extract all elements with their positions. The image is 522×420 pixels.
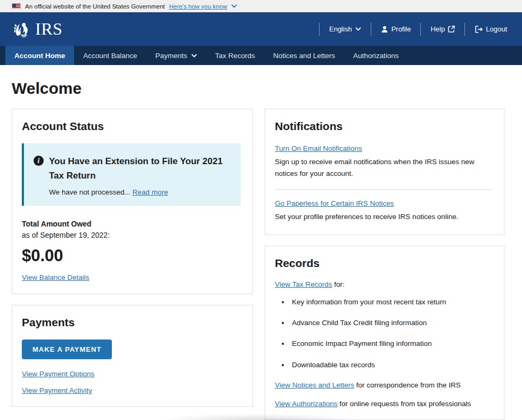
amount-owed-value: $0.00 <box>22 246 241 265</box>
main-nav: Account Home Account Balance Payments Ta… <box>0 46 522 65</box>
irs-logo[interactable]: IRS <box>12 19 62 40</box>
flag-canton <box>12 4 16 7</box>
irs-logo-text: IRS <box>35 19 62 39</box>
notifications-heading: Notifications <box>275 120 492 133</box>
account-status-heading: Account Status <box>22 120 241 133</box>
logout-icon <box>475 26 483 33</box>
irs-eagle-icon <box>12 19 33 40</box>
how-you-know-link[interactable]: Here's how you know <box>169 3 227 10</box>
help-button[interactable]: Help <box>428 25 457 33</box>
logout-label: Logout <box>486 25 507 33</box>
payments-heading: Payments <box>22 316 241 329</box>
profile-button[interactable]: Profile <box>379 25 413 33</box>
total-owed-label: Total Amount Owed <box>22 220 241 228</box>
profile-label: Profile <box>391 25 411 33</box>
nav-account-home[interactable]: Account Home <box>5 46 74 65</box>
divider <box>275 189 492 190</box>
view-balance-details-link[interactable]: View Balance Details <box>22 273 89 281</box>
page-title: Welcome <box>12 79 510 98</box>
account-status-card: Account Status i You Have an Extension t… <box>12 109 253 294</box>
gov-banner-text: An official website of the United States… <box>25 3 165 10</box>
alert-body-text: We have not processed... <box>49 188 130 196</box>
chevron-down-icon[interactable] <box>231 4 237 8</box>
make-a-payment-button[interactable]: MAKE A PAYMENT <box>22 340 112 359</box>
view-tax-records-link[interactable]: View Tax Records <box>275 280 332 288</box>
list-item: Downloadable tax records <box>290 360 492 370</box>
alert-title: You Have an Extension to File Your 2021 … <box>49 154 230 183</box>
view-tax-records-suffix: for: <box>332 280 345 288</box>
view-authorizations-line: View Authorizations for online requests … <box>275 400 492 408</box>
read-more-link[interactable]: Read more <box>133 188 168 196</box>
left-column: Account Status i You Have an Extension t… <box>12 109 253 407</box>
as-of-date: as of September 19, 2022: <box>22 231 241 239</box>
help-label: Help <box>430 25 445 33</box>
view-notices-and-letters-link[interactable]: View Notices and Letters <box>275 381 354 389</box>
go-paperless-desc: Set your profile preferences to receive … <box>275 211 492 223</box>
nav-authorizations[interactable]: Authorizations <box>344 46 408 65</box>
language-label: English <box>329 25 352 33</box>
list-item: Economic Impact Payment filing informati… <box>290 338 492 349</box>
nav-account-balance[interactable]: Account Balance <box>74 46 146 65</box>
nav-tax-records[interactable]: Tax Records <box>206 46 264 65</box>
view-payment-activity-link[interactable]: View Payment Activity <box>22 386 241 394</box>
right-column: Notifications Turn On Email Notification… <box>265 109 504 420</box>
info-icon: i <box>34 156 44 166</box>
list-item: Key information from your most recent ta… <box>290 297 492 308</box>
records-heading: Records <box>275 257 492 270</box>
site-header: IRS English Profile Help <box>0 12 522 46</box>
records-card: Records View Tax Records for: Key inform… <box>265 246 504 420</box>
email-notifications-desc: Sign up to receive email notifications w… <box>275 156 492 180</box>
view-notices-line: View Notices and Letters for corresponde… <box>275 381 492 389</box>
separator <box>464 23 465 36</box>
chevron-down-icon <box>191 54 197 58</box>
records-bullet-list: Key information from your most recent ta… <box>290 297 492 370</box>
header-utilities: English Profile Help Logout <box>312 23 509 36</box>
nav-payments[interactable]: Payments <box>146 46 206 65</box>
notifications-card: Notifications Turn On Email Notification… <box>265 109 504 235</box>
external-link-icon <box>448 26 455 33</box>
separator <box>420 23 421 36</box>
nav-notices-letters[interactable]: Notices and Letters <box>264 46 344 65</box>
go-paperless-link[interactable]: Go Paperless for Certain IRS Notices <box>275 199 394 207</box>
turn-on-email-notifications-link[interactable]: Turn On Email Notifications <box>275 144 362 152</box>
us-flag-icon <box>12 3 21 9</box>
separator <box>319 23 320 36</box>
view-authorizations-link[interactable]: View Authorizations <box>275 400 338 408</box>
main-content: Welcome Account Status i You Have an Ext… <box>0 79 522 420</box>
view-tax-records-line: View Tax Records for: <box>275 280 492 288</box>
list-item: Advance Child Tax Credit filing informat… <box>290 318 492 328</box>
extension-info-alert: i You Have an Extension to File Your 202… <box>22 143 241 206</box>
alert-body: We have not processed... Read more <box>49 188 230 196</box>
nav-payments-label: Payments <box>156 52 187 60</box>
payments-card: Payments MAKE A PAYMENT View Payment Opt… <box>12 305 253 407</box>
chevron-down-icon <box>355 27 361 31</box>
view-payment-options-link[interactable]: View Payment Options <box>22 370 241 378</box>
view-authorizations-suffix: for online requests from tax professiona… <box>338 400 471 408</box>
gov-banner: An official website of the United States… <box>0 0 522 12</box>
logout-button[interactable]: Logout <box>472 25 509 33</box>
person-icon <box>381 26 388 33</box>
language-menu[interactable]: English <box>327 25 363 33</box>
separator <box>371 23 371 36</box>
view-notices-suffix: for correspondence from the IRS <box>354 381 461 389</box>
